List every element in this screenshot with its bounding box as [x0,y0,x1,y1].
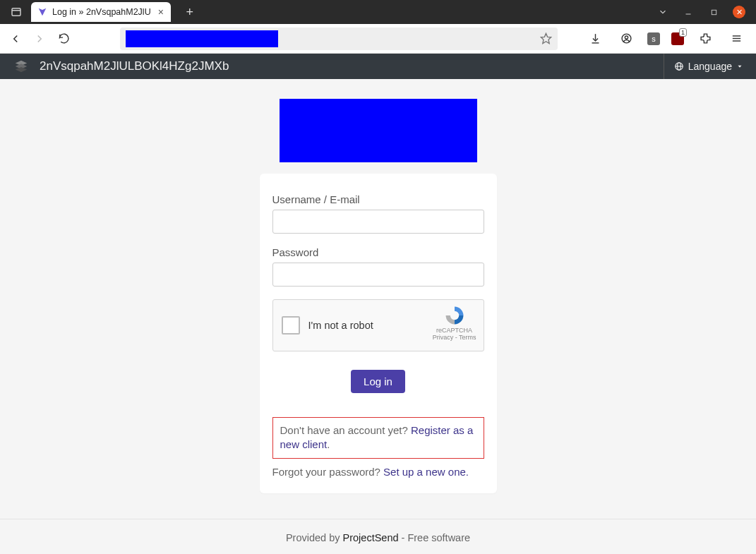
window-minimize-button[interactable] [681,5,695,19]
new-tab-button[interactable]: + [181,3,199,21]
bookmark-star-icon[interactable] [540,32,552,44]
svg-point-7 [625,36,628,39]
password-label: Password [272,246,484,258]
recaptcha-checkbox[interactable] [282,316,300,335]
nav-forward-button[interactable] [30,29,49,49]
url-bar[interactable] [120,28,558,50]
footer-provided-by: Provided by [286,532,343,543]
browser-toolbar: s 1 [0,24,756,54]
svg-rect-0 [12,8,20,16]
url-masked-region [126,30,278,47]
footer-product-link[interactable]: ProjectSend [343,532,399,543]
language-label: Language [688,61,732,72]
recaptcha-legal: Privacy - Terms [433,334,476,341]
app-header: 2nVsqpahM2JlULBOKl4HZg2JMXb Language [0,54,756,79]
site-title: 2nVsqpahM2JlULBOKl4HZg2JMXb [40,59,229,73]
svg-marker-4 [541,33,551,43]
recaptcha-logo-icon [443,306,466,325]
register-suffix: . [327,438,330,450]
globe-icon [674,61,684,71]
recaptcha-widget: I'm not a robot reCAPTCHA Privacy - Term… [272,299,484,351]
tab-favicon [37,6,48,18]
register-prompt: Don't have an account yet? [280,424,412,436]
username-label: Username / E-mail [272,193,484,205]
svg-rect-3 [712,10,716,14]
app-menu-button[interactable] [726,29,746,49]
register-callout: Don't have an account yet? Register as a… [272,417,484,459]
brand-logo-placeholder [280,99,477,162]
app-logo-icon [13,58,30,75]
browser-tab-strip: Log in » 2nVsqpahM2JlU × + ✕ [0,0,756,24]
recaptcha-text: I'm not a robot [308,320,373,331]
nav-back-button[interactable] [6,29,25,49]
recaptcha-brand: reCAPTCHA [433,327,476,334]
extension-s-icon[interactable]: s [647,32,660,45]
username-input[interactable] [272,210,484,234]
login-button[interactable]: Log in [351,370,405,393]
login-card: Username / E-mail Password I'm not a rob… [260,174,497,493]
footer: Provided by ProjectSend - Free software [0,532,756,555]
svg-marker-14 [738,66,742,68]
downloads-button[interactable] [585,29,605,49]
tab-overview-button[interactable] [656,5,670,19]
tab-title: Log in » 2nVsqpahM2JlU [52,7,151,17]
forgot-prompt: Forgot your password? [272,466,384,478]
page-content: Username / E-mail Password I'm not a rob… [0,79,756,554]
window-close-button[interactable]: ✕ [732,5,746,19]
browser-tab-active[interactable]: Log in » 2nVsqpahM2JlU × [31,2,171,22]
caret-down-icon [736,63,743,70]
tab-list-button[interactable] [4,2,28,22]
forgot-password-row: Forgot your password? Set up a new one. [272,466,484,478]
extension-ublock-badge: 1 [679,28,687,37]
tab-close-button[interactable]: × [158,6,164,18]
window-maximize-button[interactable] [707,5,721,19]
account-button[interactable] [616,29,636,49]
recaptcha-terms-link[interactable]: Terms [459,334,476,341]
footer-divider [0,519,756,519]
password-input[interactable] [272,263,484,287]
window-controls: ✕ [656,5,752,19]
extensions-button[interactable] [695,29,715,49]
extension-ublock-icon[interactable]: 1 [671,32,684,45]
footer-suffix: - Free software [399,532,471,543]
recaptcha-privacy-link[interactable]: Privacy [433,334,454,341]
language-dropdown[interactable]: Language [664,54,743,79]
nav-reload-button[interactable] [54,29,73,49]
forgot-link[interactable]: Set up a new one. [383,466,469,478]
